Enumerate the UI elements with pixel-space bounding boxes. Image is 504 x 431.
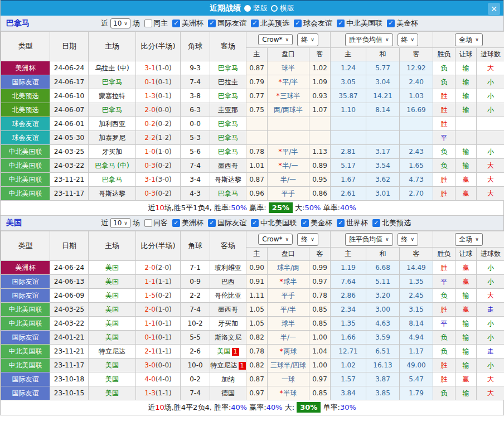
match-date: 24-05-30: [50, 131, 89, 145]
avg-draw: 3.00: [366, 303, 400, 317]
handicap-result: 输: [455, 61, 477, 75]
avg-home: 1.24: [331, 61, 366, 75]
corner-score: 7-4: [181, 75, 210, 89]
league-checkbox[interactable]: ✓: [387, 20, 395, 27]
summary-segment: 赢率:: [247, 204, 269, 212]
away-odds: 1.02: [309, 61, 331, 75]
match-type-badge: 中北美国联: [1, 303, 50, 317]
avg-away: 1.17: [400, 345, 433, 359]
league-checkbox[interactable]: ✓: [337, 219, 345, 227]
league-label: 球会友谊: [303, 18, 332, 28]
goals-result: 大: [477, 372, 504, 386]
away-odds: 0.93: [309, 89, 331, 103]
avg-time-select[interactable]: 终∨: [398, 33, 419, 46]
sub-header-goals: 进球数: [477, 248, 504, 261]
league-checkbox[interactable]: ✓: [372, 219, 380, 227]
away-team: 玻利维亚: [210, 261, 246, 275]
same-venue-checkbox[interactable]: [144, 219, 152, 227]
odds-time-select[interactable]: 终∨: [297, 33, 318, 46]
summary-segment: 近: [148, 204, 155, 212]
same-venue-label: 同主: [153, 18, 168, 28]
goals-result: 小: [477, 75, 504, 89]
avg-draw: 3.59: [366, 331, 400, 345]
avg-group-header: 胜平负均值∨ 终∨: [331, 231, 433, 248]
avg-home: 1.19: [331, 261, 366, 275]
avg-time-select[interactable]: 终∨: [398, 233, 419, 246]
away-odds: 1.04: [309, 345, 331, 359]
odds-group-header: Crow*∨ 终∨: [246, 32, 331, 48]
horizontal-layout-radio[interactable]: [271, 5, 278, 12]
handicap-result: 赢: [455, 275, 477, 289]
handicap-result: 赢: [455, 303, 477, 317]
league-checkbox[interactable]: ✓: [251, 219, 259, 227]
summary-segment: 单率:: [321, 204, 340, 212]
table-row: 国际友谊24-06-17巴拿马0-1(0-1)7-4巴拉圭0.79*平/半1.0…: [1, 75, 504, 89]
home-team: 美国: [89, 372, 136, 386]
league-checkbox[interactable]: ✓: [294, 20, 302, 27]
avg-away: [400, 131, 433, 145]
away-odds: 0.85: [309, 386, 331, 400]
home-odds: 0.97: [246, 386, 268, 400]
avg-home: 1.66: [331, 331, 366, 345]
league-checkbox[interactable]: ✓: [208, 20, 216, 27]
score-cell: 0-1(0-1): [136, 331, 181, 345]
winloss-result: 平: [433, 317, 455, 331]
league-checkbox[interactable]: ✓: [301, 219, 309, 227]
avg-select[interactable]: 胜平负均值∨: [345, 33, 393, 46]
goals-result: 小: [477, 103, 504, 117]
corner-score: 5-3: [181, 131, 210, 145]
corner-score: 0-9: [181, 275, 210, 289]
handicap-result: 输: [455, 386, 477, 400]
away-odds: 0.99: [309, 261, 331, 275]
league-checkbox[interactable]: ✓: [337, 20, 345, 27]
home-odds: 1.05: [246, 303, 268, 317]
same-venue-checkbox[interactable]: [144, 20, 152, 27]
avg-away: 2.43: [400, 145, 433, 159]
match-count-select[interactable]: 10∨: [110, 218, 130, 228]
score-cell: 2-0(2-0): [136, 261, 181, 275]
avg-group-header: 胜平负均值∨ 终∨: [331, 32, 433, 48]
handicap-line: *三球半: [268, 89, 309, 103]
close-icon[interactable]: ✕: [488, 3, 500, 15]
summary-segment: 40%: [266, 403, 283, 411]
corner-score: 0-2: [181, 372, 210, 386]
home-odds: 0.78: [246, 345, 268, 359]
match-count-select[interactable]: 10∨: [110, 18, 130, 28]
section-summary: 近10场,胜5平1负4, 胜率:50% 赢率: 25% 大:50% 单率:40%: [1, 201, 503, 215]
vertical-layout-radio[interactable]: [244, 5, 251, 12]
home-odds: 0.82: [246, 359, 268, 372]
match-type-badge: 中北美国联: [1, 159, 50, 173]
handicap-line: *平/半: [268, 75, 309, 89]
avg-home: 2.61: [331, 187, 366, 201]
away-odds: 0.86: [309, 187, 331, 201]
home-odds: 0.78: [246, 145, 268, 159]
title-bar: 近期战绩 竖版 横版 ✕: [1, 0, 503, 16]
period-select[interactable]: 全场∨: [455, 33, 483, 46]
table-row: 美洲杯24-06-24乌拉圭 (中)3-1(1-0)9-3巴拿马0.87球半1.…: [1, 61, 504, 75]
table-row: 国际友谊24-06-09美国1-5(0-2)2-2哥伦比亚1.11平手0.782…: [1, 289, 504, 303]
home-team: 巴拿马: [89, 103, 136, 117]
avg-draw: [366, 131, 400, 145]
league-label: 中北美国联: [260, 218, 297, 228]
score-cell: 0-1(0-1): [136, 75, 181, 89]
bookmaker-select[interactable]: Crow*∨: [258, 234, 293, 245]
league-checkbox[interactable]: ✓: [208, 219, 216, 227]
league-checkbox[interactable]: ✓: [172, 20, 180, 27]
league-checkbox[interactable]: ✓: [251, 20, 259, 27]
table-row: 球会友谊24-06-01加利西亚0-2(0-2)0-0巴拿马胜: [1, 117, 504, 131]
bookmaker-select[interactable]: Crow*∨: [258, 34, 293, 45]
avg-select[interactable]: 胜平负均值∨: [345, 233, 393, 246]
corner-score: 7-4: [181, 303, 210, 317]
summary-segment: 10: [155, 403, 164, 411]
odds-time-select[interactable]: 终∨: [297, 233, 318, 246]
league-label: 国际友谊: [217, 18, 246, 28]
corner-score: 7-4: [181, 386, 210, 400]
summary-segment: 40%: [231, 403, 247, 411]
avg-draw: 3.20: [366, 289, 400, 303]
home-odds: 1.05: [246, 317, 268, 331]
league-checkbox[interactable]: ✓: [172, 219, 180, 227]
period-select[interactable]: 全场∨: [455, 233, 483, 246]
winloss-result: 胜: [433, 103, 455, 117]
avg-away: 8.14: [400, 317, 433, 331]
home-team: 加泰罗尼: [89, 131, 136, 145]
